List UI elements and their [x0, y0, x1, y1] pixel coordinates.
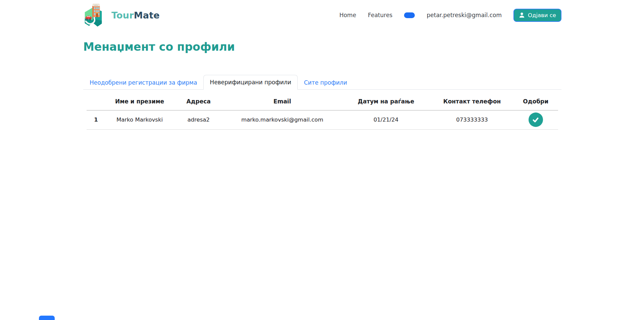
cell-approve	[513, 110, 558, 129]
tab-content: Име и презиме Адреса Email Датум на раѓа…	[83, 90, 561, 130]
cell-address: adresa2	[174, 110, 224, 129]
cell-birthdate: 01/21/24	[341, 110, 431, 129]
col-header-phone: Контакт телефон	[431, 93, 513, 110]
col-header-birthdate: Датум на раѓање	[341, 93, 431, 110]
tourmate-logo-icon: HOTEL	[83, 3, 103, 27]
top-navbar: HOTEL	[0, 0, 644, 30]
cell-full-name: Marko Markovski	[105, 110, 174, 129]
brand-name-mate: Mate	[134, 10, 160, 20]
check-icon	[531, 116, 540, 124]
user-email: petar.petreski@gmail.com	[427, 12, 502, 18]
tab-unapproved-company-registrations[interactable]: Неодобрени регистрации за фирма	[83, 75, 203, 90]
col-header-address: Адреса	[174, 93, 224, 110]
header-nav: Home Features petar.petreski@gmail.com О…	[339, 9, 561, 22]
nav-toggle-pill[interactable]	[404, 12, 415, 18]
row-index: 1	[87, 110, 105, 129]
table-row: 1 Marko Markovski adresa2 marko.markovsk…	[87, 110, 558, 129]
logout-button[interactable]: Одјави се	[513, 9, 561, 22]
approve-button[interactable]	[529, 112, 543, 127]
nav-home-link[interactable]: Home	[339, 12, 356, 18]
col-header-index	[87, 93, 105, 110]
cell-phone: 073333333	[431, 110, 513, 129]
svg-text:HOTEL: HOTEL	[94, 5, 98, 6]
col-header-name: Име и презиме	[105, 93, 174, 110]
col-header-approve: Одобри	[513, 93, 558, 110]
tab-all-profiles[interactable]: Сите профили	[298, 75, 354, 90]
logout-button-label: Одјави се	[528, 12, 556, 18]
brand[interactable]: HOTEL	[83, 3, 160, 27]
tab-bar: Неодобрени регистрации за фирма Неверифи…	[83, 75, 561, 90]
main-content: Менаџмент со профили Неодобрени регистра…	[83, 30, 561, 130]
cell-email: marko.markovski@gmail.com	[223, 110, 341, 129]
brand-name: TourMate	[111, 10, 160, 20]
page-title: Менаџмент со профили	[83, 41, 561, 53]
table-header-row: Име и презиме Адреса Email Датум на раѓа…	[87, 93, 558, 110]
person-icon	[519, 12, 525, 18]
profiles-table: Име и презиме Адреса Email Датум на раѓа…	[87, 93, 558, 130]
brand-name-tour: Tour	[111, 10, 134, 20]
nav-features-link[interactable]: Features	[368, 12, 392, 18]
col-header-email: Email	[223, 93, 341, 110]
bottom-artifact	[39, 316, 55, 320]
tab-unverified-profiles[interactable]: Неверифицирани профили	[203, 75, 297, 90]
